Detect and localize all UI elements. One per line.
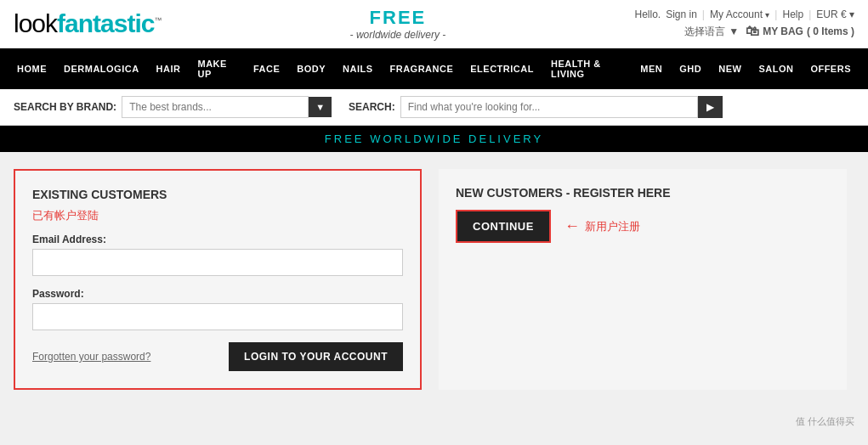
- lang-label: 选择语言: [684, 25, 725, 39]
- forgot-password-link[interactable]: Forgotten your password?: [32, 351, 150, 363]
- search-submit-button[interactable]: ▶: [698, 96, 723, 118]
- cart-label: MY BAG: [763, 25, 803, 37]
- brand-search-label: SEARCH BY BRAND:: [14, 101, 116, 113]
- nav-face[interactable]: FACE: [245, 54, 288, 84]
- lang-selector[interactable]: 选择语言 ▼: [684, 25, 739, 39]
- password-input[interactable]: [32, 303, 403, 330]
- nav-offers[interactable]: OFFERS: [802, 54, 859, 84]
- cart-icon: 🛍: [746, 24, 759, 39]
- password-form-group: Password:: [32, 288, 403, 330]
- new-customers-title: NEW CUSTOMERS - REGISTER HERE: [456, 186, 830, 200]
- cart-items: ( 0 Items ): [807, 25, 854, 37]
- top-bar: lookfantastic™ FREE - worldwide delivery…: [0, 0, 868, 48]
- nav-ghd[interactable]: GHD: [671, 54, 710, 84]
- currency-link[interactable]: EUR € ▾: [816, 8, 854, 20]
- main-content: EXISTING CUSTOMERS 已有帐户登陆 Email Address:…: [0, 152, 868, 407]
- my-account-link[interactable]: My Account ▾: [710, 8, 769, 20]
- logo-tm: ™: [154, 16, 161, 25]
- text-search-input[interactable]: [400, 96, 698, 118]
- new-register-label: 新用户注册: [585, 219, 640, 234]
- free-delivery-banner: FREE WORLDWIDE DELIVERY: [0, 126, 868, 152]
- nav-electrical[interactable]: ELECTRICAL: [462, 54, 542, 84]
- brand-search-container: ▼: [122, 96, 332, 118]
- bottom-area: 值 什么值得买: [0, 407, 868, 437]
- email-label: Email Address:: [32, 234, 403, 245]
- sep1: |: [702, 8, 705, 20]
- nav-dermalogica[interactable]: DERMALOGICA: [55, 54, 148, 84]
- hello-text: Hello.: [634, 8, 661, 20]
- existing-customers-section: EXISTING CUSTOMERS 已有帐户登陆 Email Address:…: [14, 169, 422, 390]
- form-actions: Forgotten your password? LOGIN TO YOUR A…: [32, 342, 403, 371]
- nav-makeup[interactable]: MAKE UP: [190, 48, 245, 89]
- nav-nails[interactable]: NAILS: [334, 54, 382, 84]
- free-label: FREE: [350, 7, 446, 29]
- existing-customers-chinese-label: 已有帐户登陆: [32, 208, 403, 223]
- nav-fragrance[interactable]: FRAGRANCE: [382, 54, 462, 84]
- sep2: |: [774, 8, 777, 20]
- logo: lookfantastic™: [14, 9, 161, 38]
- brand-search-section: SEARCH BY BRAND: ▼: [14, 96, 332, 118]
- top-right-links: Hello. Sign in | My Account ▾ | Help | E…: [634, 8, 854, 20]
- nav-hair[interactable]: HAIR: [148, 54, 190, 84]
- nav-new[interactable]: NEW: [710, 54, 750, 84]
- password-label: Password:: [32, 288, 403, 300]
- brand-dropdown-button[interactable]: ▼: [309, 97, 332, 117]
- top-right: Hello. Sign in | My Account ▾ | Help | E…: [634, 8, 854, 39]
- new-customers-section: NEW CUSTOMERS - REGISTER HERE CONTINUE ←…: [439, 169, 847, 390]
- worldwide-label: - worldwide delivery -: [350, 29, 446, 41]
- arrow-label: ← 新用户注册: [564, 217, 640, 235]
- watermark: 值 什么值得买: [796, 416, 854, 426]
- nav-men[interactable]: MEN: [632, 54, 671, 84]
- email-input[interactable]: [32, 249, 403, 276]
- lang-dropdown-icon: ▼: [729, 25, 739, 37]
- email-form-group: Email Address:: [32, 234, 403, 276]
- free-delivery-center: FREE - worldwide delivery -: [350, 7, 446, 41]
- logo-fantastic: fantastic: [57, 9, 154, 37]
- search-bar: SEARCH BY BRAND: ▼ SEARCH: ▶: [0, 89, 868, 126]
- help-link[interactable]: Help: [782, 8, 803, 20]
- my-account-dropdown-icon: ▾: [765, 10, 769, 20]
- arrow-icon: ←: [564, 217, 580, 235]
- sign-in-link[interactable]: Sign in: [666, 8, 697, 20]
- logo-area: lookfantastic™: [14, 9, 161, 38]
- text-search-section: SEARCH: ▶: [349, 96, 723, 118]
- nav-salon[interactable]: SALON: [750, 54, 802, 84]
- brand-search-input[interactable]: [122, 96, 309, 118]
- text-search-container: ▶: [400, 96, 723, 118]
- continue-area: CONTINUE ← 新用户注册: [456, 210, 830, 243]
- logo-look: look: [14, 9, 57, 37]
- text-search-label: SEARCH:: [349, 101, 395, 113]
- nav-home[interactable]: HOME: [9, 54, 55, 84]
- sep3: |: [808, 8, 811, 20]
- nav-bar: HOME DERMALOGICA HAIR MAKE UP FACE BODY …: [0, 48, 868, 89]
- existing-customers-title: EXISTING CUSTOMERS: [32, 188, 403, 201]
- top-right-bottom: 选择语言 ▼ 🛍 MY BAG ( 0 Items ): [684, 24, 854, 39]
- nav-health-living[interactable]: HEALTH & LIVING: [542, 48, 632, 89]
- login-button[interactable]: LOGIN TO YOUR ACCOUNT: [229, 342, 403, 371]
- continue-button[interactable]: CONTINUE: [456, 210, 551, 243]
- currency-arrow-icon: ▾: [849, 8, 854, 20]
- nav-body[interactable]: BODY: [288, 54, 334, 84]
- cart-area[interactable]: 🛍 MY BAG ( 0 Items ): [746, 24, 854, 39]
